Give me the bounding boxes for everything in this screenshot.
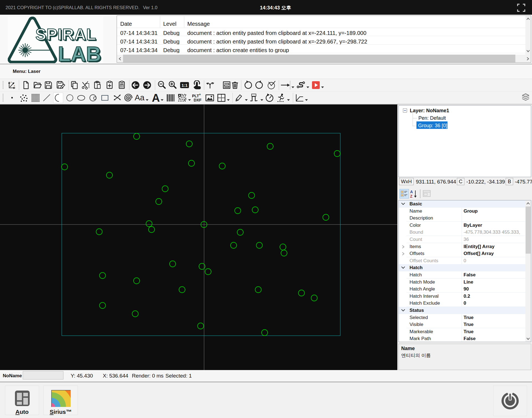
- svg-text:A: A: [410, 190, 413, 194]
- svg-text:A: A: [152, 93, 160, 103]
- svg-text:SPIRAL: SPIRAL: [35, 25, 96, 43]
- svg-text:PLT: PLT: [192, 94, 199, 98]
- svg-text:x: x: [14, 85, 15, 87]
- svg-text:Aa: Aa: [135, 93, 145, 102]
- svg-text:Z: Z: [410, 194, 413, 198]
- svg-text:z: z: [11, 81, 12, 83]
- svg-text:LAB: LAB: [58, 42, 101, 63]
- svg-text:+: +: [199, 93, 201, 96]
- svg-text:DXF: DXF: [194, 98, 201, 102]
- svg-text:1:1: 1:1: [181, 83, 188, 88]
